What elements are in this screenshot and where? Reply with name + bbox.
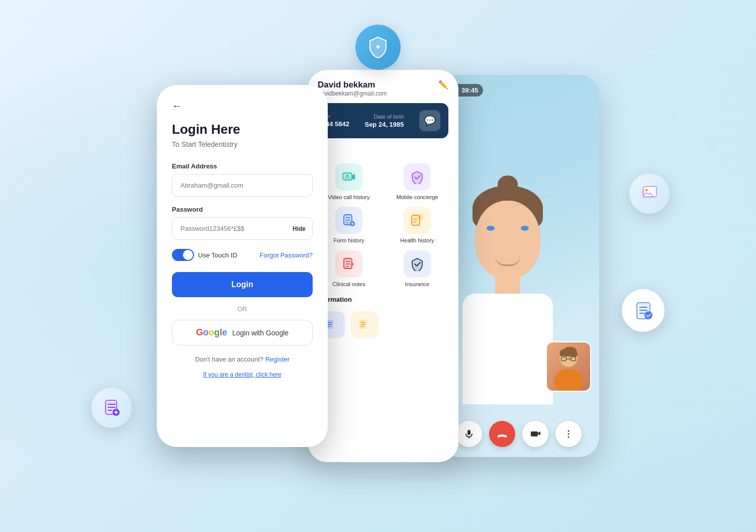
register-text-label: Don't have an account?	[195, 356, 263, 363]
or-divider: OR	[172, 305, 313, 313]
menu-grid: Video call history Mobile concierge	[308, 163, 458, 294]
health-history-icon	[404, 207, 431, 234]
video-call-label: Video call history	[328, 194, 370, 201]
toggle-thumb	[183, 250, 193, 260]
timer-display: 39:45	[461, 86, 478, 94]
end-call-button[interactable]	[489, 421, 515, 447]
login-title: Login Here	[172, 122, 313, 137]
form-history-icon	[335, 207, 362, 234]
register-prompt: Don't have an account? Register	[172, 356, 313, 363]
form-history-label: Form history	[333, 237, 364, 244]
svg-rect-28	[467, 430, 470, 435]
video-background: 39:45	[438, 75, 599, 457]
image-circle	[629, 173, 670, 214]
menu-item-insurance[interactable]: Insurance	[386, 250, 448, 288]
google-login-label: Login with Google	[232, 329, 289, 337]
forgot-password-link[interactable]: Forgot Password?	[260, 251, 313, 259]
profile-card: er 44 5842 Date of birth Sep 24, 1985 💬	[318, 103, 448, 138]
svg-rect-18	[344, 258, 352, 269]
login-subtitle: To Start Teledentistry	[172, 140, 313, 148]
document-lines-circle	[622, 289, 665, 332]
dob-value: Sep 24, 1985	[364, 121, 404, 128]
mobile-concierge-label: Mobile concierge	[396, 194, 438, 201]
camera-button[interactable]	[522, 421, 548, 447]
clinical-notes-label: Clinical notes	[332, 281, 365, 288]
phones-container: ← Login Here To Start Teledentistry Emai…	[157, 70, 599, 462]
svg-rect-1	[643, 187, 656, 197]
edit-icon[interactable]: ✏️	[438, 80, 448, 90]
mic-button[interactable]	[456, 421, 482, 447]
svg-point-5	[644, 311, 652, 319]
svg-point-31	[568, 430, 570, 432]
login-button[interactable]: Login	[172, 272, 313, 297]
back-button[interactable]: ←	[172, 100, 313, 112]
video-controls	[438, 421, 599, 447]
profile-name: David bekkam	[318, 80, 387, 90]
patient-thumbnail	[546, 341, 591, 392]
google-icon: Google	[196, 327, 227, 338]
svg-point-11	[346, 174, 348, 176]
google-login-button[interactable]: Google Login with Google	[172, 320, 313, 345]
menu-item-health-history[interactable]: Health history	[386, 207, 448, 244]
password-label: Password	[172, 206, 313, 213]
svg-point-23	[554, 369, 583, 392]
svg-rect-30	[531, 431, 538, 436]
svg-point-33	[568, 436, 570, 438]
more-button[interactable]	[555, 421, 582, 447]
svg-point-2	[645, 189, 648, 192]
mobile-concierge-icon	[404, 163, 431, 191]
password-input[interactable]	[172, 217, 313, 240]
shield-circle	[355, 25, 401, 70]
phone-value: 44 5842	[326, 120, 349, 128]
email-label: Email Address	[172, 162, 313, 170]
clinical-notes-icon	[335, 250, 362, 278]
chat-button[interactable]: 💬	[419, 110, 440, 131]
insurance-label: Insurance	[405, 281, 429, 288]
insurance-icon	[404, 250, 431, 278]
appointments-label: nts	[308, 146, 458, 163]
register-link-text[interactable]: Register	[265, 356, 290, 363]
video-call-icon	[335, 163, 362, 191]
extra-icon-2	[351, 311, 378, 338]
dob-label: Date of birth	[364, 114, 404, 120]
phone-dashboard: David bekkam davidbekkam@gmail.com ✏️ er…	[308, 70, 458, 462]
main-scene: ← Login Here To Start Teledentistry Emai…	[102, 35, 654, 497]
phone-video-call: 39:45	[438, 75, 599, 457]
information-label: nformation	[308, 294, 458, 307]
health-history-label: Health history	[400, 237, 434, 244]
hide-password-button[interactable]: Hide	[293, 225, 306, 232]
profile-email: davidbekkam@gmail.com	[318, 90, 387, 97]
dentist-link[interactable]: If you are a dentist, click here	[172, 371, 313, 378]
phone-label: er	[326, 114, 349, 119]
email-input[interactable]	[172, 174, 313, 197]
svg-point-32	[568, 433, 570, 435]
phone-login: ← Login Here To Start Teledentistry Emai…	[157, 85, 328, 447]
touch-id-toggle[interactable]	[172, 249, 194, 261]
touch-id-label: Use Touch ID	[198, 251, 237, 259]
menu-item-mobile-concierge[interactable]: Mobile concierge	[386, 163, 448, 201]
document-plus-circle	[91, 388, 132, 428]
